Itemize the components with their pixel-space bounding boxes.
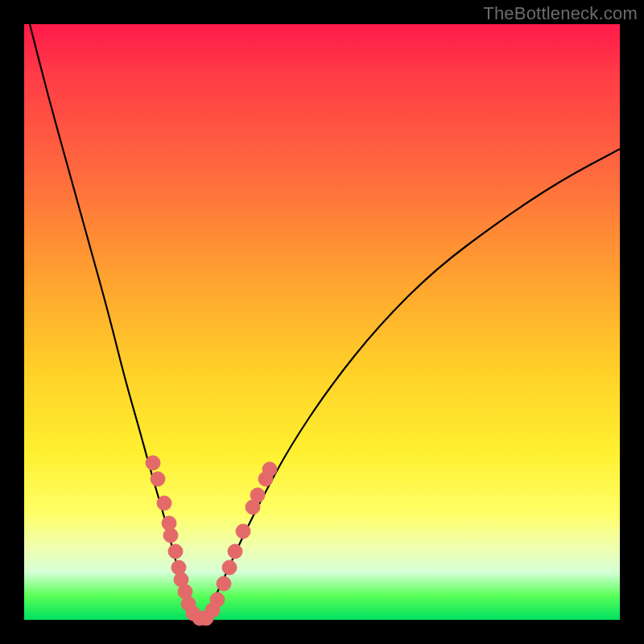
data-marker (228, 544, 242, 559)
data-marker (262, 462, 277, 477)
marker-group (146, 456, 277, 625)
data-marker (146, 456, 160, 470)
data-marker (217, 576, 231, 591)
chart-svg (24, 24, 620, 620)
data-marker (236, 524, 250, 539)
data-marker (222, 560, 237, 575)
data-marker (210, 592, 225, 607)
data-marker (151, 472, 165, 486)
chart-frame: TheBottleneck.com (0, 0, 644, 644)
data-marker (168, 544, 183, 559)
data-marker (157, 496, 171, 510)
watermark-text: TheBottleneck.com (483, 3, 638, 24)
curve-right-branch (202, 149, 620, 620)
data-marker (163, 528, 178, 543)
plot-area (24, 24, 620, 620)
data-marker (250, 488, 265, 502)
